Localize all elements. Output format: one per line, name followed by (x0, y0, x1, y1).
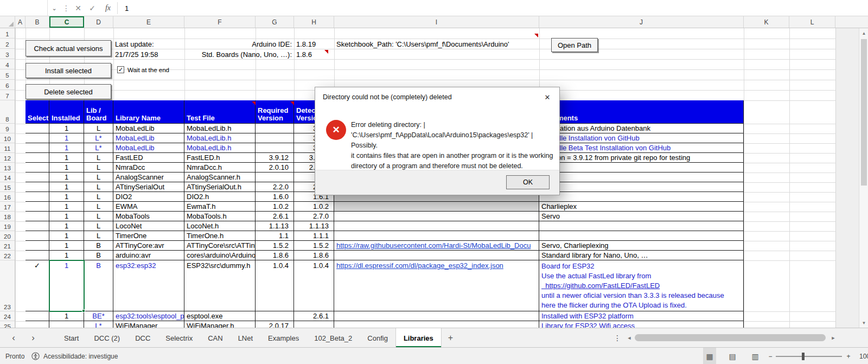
table-header-select[interactable]: Select (25, 100, 49, 124)
fill-handle[interactable] (82, 309, 85, 312)
row-header-7[interactable]: 7 (0, 90, 15, 100)
cell-J9[interactable]: Installation aus Arduino Datenbank (539, 124, 744, 133)
cell-D18[interactable]: L (84, 212, 113, 221)
column-header-C[interactable]: C (49, 16, 84, 28)
cell-I25[interactable] (334, 321, 539, 328)
cell-B18[interactable] (25, 212, 49, 221)
sheet-tab-102-beta-2[interactable]: 102_Beta_2 (307, 328, 360, 348)
cell-I23[interactable]: https://dl.espressif.com/dl/package_esp3… (334, 260, 539, 311)
cell-E19[interactable]: LocoNet (113, 221, 184, 231)
row-header-24[interactable]: 24 (0, 311, 15, 321)
cell-F18[interactable]: MobaTools.h (184, 212, 256, 221)
cell-H19[interactable]: 1.1.13 (294, 221, 334, 231)
menu-dots-icon[interactable]: ⋮ (62, 0, 71, 16)
row-header-10[interactable]: 10 (0, 133, 15, 143)
cell-G16[interactable]: 1.6.0 (256, 192, 294, 202)
cell-B13[interactable] (25, 163, 49, 173)
cell-E20[interactable]: TimerOne (113, 231, 184, 241)
hscroll-right-icon[interactable]: ► (829, 328, 838, 348)
cell-J22[interactable]: Standard library for Nano, Uno, … (539, 251, 744, 260)
row-header-23[interactable]: 23 (0, 260, 15, 311)
table-header-required-version[interactable]: Required Version (256, 100, 294, 124)
cell-J14[interactable] (539, 173, 744, 182)
cell-D25[interactable]: L* (84, 321, 113, 328)
row-header-11[interactable]: 11 (0, 143, 15, 153)
cell-D11[interactable]: L* (84, 143, 113, 153)
cell-D15[interactable]: L (84, 182, 113, 192)
cell-F15[interactable]: ATtinySerialOut.h (184, 182, 256, 192)
zoom-in-icon[interactable]: + (844, 348, 853, 364)
cell-I24[interactable] (334, 311, 539, 321)
cell-G10[interactable] (256, 133, 294, 143)
chevron-down-icon[interactable]: ⌄ (48, 0, 61, 16)
cell-J17[interactable]: Charlieplex (539, 202, 744, 212)
add-sheet-button[interactable]: + (442, 328, 459, 348)
row-header-6[interactable]: 6 (0, 80, 15, 90)
cell-F12[interactable]: FastLED.h (184, 153, 256, 163)
sheet-tab-start[interactable]: Start (56, 328, 86, 348)
column-header-K[interactable]: K (744, 16, 789, 28)
cell-C14[interactable]: 1 (49, 173, 84, 182)
cell-C20[interactable]: 1 (49, 231, 84, 241)
row-header-20[interactable]: 20 (0, 231, 15, 241)
cell-J24[interactable]: Installed with ESP32 platform (539, 311, 744, 321)
cell-G19[interactable]: 1.1.13 (256, 221, 294, 231)
cell-D20[interactable]: L (84, 231, 113, 241)
cell-I20[interactable] (334, 231, 539, 241)
cell-F16[interactable]: DIO2.h (184, 192, 256, 202)
zoom-slider-track[interactable] (776, 356, 842, 357)
cell-G25[interactable]: 2.0.17 (256, 321, 294, 328)
row-header-15[interactable]: 15 (0, 182, 15, 192)
cell-G13[interactable]: 2.0.10 (256, 163, 294, 173)
cell-C19[interactable]: 1 (49, 221, 84, 231)
cell-C11[interactable]: 1 (49, 143, 84, 153)
cell-B12[interactable] (25, 153, 49, 163)
cell-D24[interactable]: BE* (84, 311, 113, 321)
cell-F10[interactable]: MobaLedLib.h (184, 133, 256, 143)
cell-F20[interactable]: TimerOne.h (184, 231, 256, 241)
cell-B21[interactable] (25, 241, 49, 251)
cell-C12[interactable]: 1 (49, 153, 84, 163)
cell-B14[interactable] (25, 173, 49, 182)
cell-J19[interactable] (539, 221, 744, 231)
cell-B23[interactable]: ✓ (25, 260, 49, 311)
vertical-scrollbar[interactable]: ▲ ▼ (859, 28, 868, 328)
delete-selected-button[interactable]: Delete selected (25, 84, 111, 99)
cell-G22[interactable]: 1.8.6 (256, 251, 294, 260)
cell-B24[interactable] (25, 311, 49, 321)
column-header-B[interactable]: B (25, 16, 49, 28)
cell-H17[interactable]: 1.0.2 (294, 202, 334, 212)
cell-C10[interactable]: 1 (49, 133, 84, 143)
cell-D16[interactable]: L (84, 192, 113, 202)
cell-C22[interactable]: 1 (49, 251, 84, 260)
cell-G14[interactable] (256, 173, 294, 182)
cell-E9[interactable]: MobaLedLib (113, 124, 184, 133)
horizontal-scroll-thumb[interactable] (635, 334, 826, 341)
cell-F13[interactable]: NmraDcc.h (184, 163, 256, 173)
sheet-tab-dcc-2[interactable]: DCC (2) (86, 328, 127, 348)
column-header-L[interactable]: L (789, 16, 835, 28)
cell-E17[interactable]: EWMA (113, 202, 184, 212)
cell-H24[interactable]: 2.6.1 (294, 311, 334, 321)
cell-D12[interactable]: L (84, 153, 113, 163)
cell-E23[interactable]: esp32:esp32 (113, 260, 184, 311)
cell-E21[interactable]: ATTinyCore:avr (113, 241, 184, 251)
cell-F14[interactable]: AnalogScanner.h (184, 173, 256, 182)
cell-J15[interactable] (539, 182, 744, 192)
cell-J25[interactable]: Library for ESP32 Wifi access (539, 321, 744, 328)
cell-D22[interactable]: B (84, 251, 113, 260)
zoom-level[interactable]: 100% (859, 348, 868, 364)
cell-G15[interactable]: 2.2.0 (256, 182, 294, 192)
row-header-16[interactable]: 16 (0, 192, 15, 202)
cell-G17[interactable]: 1.0.2 (256, 202, 294, 212)
page-break-view-icon[interactable]: ▥ (749, 348, 762, 364)
cell-F22[interactable]: cores\arduino\Arduino.h (184, 251, 256, 260)
table-header-comments[interactable]: Comments (539, 100, 744, 124)
cell-C9[interactable]: 1 (49, 124, 84, 133)
zoom-slider-thumb[interactable] (802, 353, 805, 360)
sheet-tab-dcc[interactable]: DCC (127, 328, 158, 348)
table-header-installed[interactable]: Installed (49, 100, 84, 124)
cell-G12[interactable]: 3.9.12 (256, 153, 294, 163)
sheet-tab-libraries[interactable]: Libraries (395, 328, 442, 348)
hscroll-left-icon[interactable]: ◄ (625, 328, 634, 348)
